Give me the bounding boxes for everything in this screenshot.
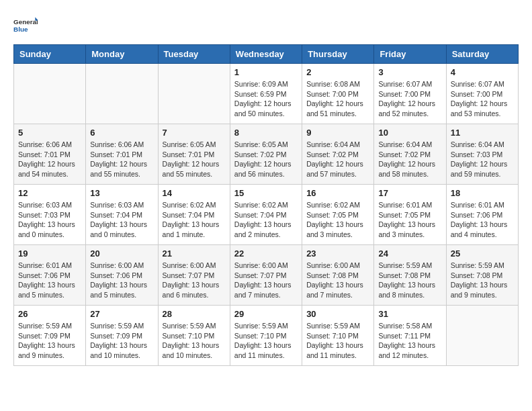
calendar-cell: 7Sunrise: 6:05 AMSunset: 7:01 PMDaylight… [158,124,230,185]
day-info: Sunrise: 6:01 AMSunset: 7:06 PMDaylight:… [18,261,81,300]
weekday-row: SundayMondayTuesdayWednesdayThursdayFrid… [14,45,519,64]
day-number: 2 [306,67,369,77]
day-number: 20 [90,248,153,259]
day-info: Sunrise: 6:03 AMSunset: 7:03 PMDaylight:… [18,200,81,240]
calendar-cell: 10Sunrise: 6:04 AMSunset: 7:02 PMDayligh… [374,124,446,185]
day-info: Sunrise: 6:06 AMSunset: 7:01 PMDaylight:… [90,140,153,179]
weekday-friday: Friday [374,45,446,64]
day-number: 31 [378,309,441,319]
day-number: 16 [306,188,369,198]
day-info: Sunrise: 6:04 AMSunset: 7:03 PMDaylight:… [451,140,514,179]
day-number: 8 [234,128,298,138]
day-info: Sunrise: 6:04 AMSunset: 7:02 PMDaylight:… [378,140,441,179]
day-info: Sunrise: 6:02 AMSunset: 7:05 PMDaylight:… [306,200,369,240]
day-number: 12 [18,188,81,198]
day-info: Sunrise: 5:59 AMSunset: 7:09 PMDaylight:… [18,321,81,361]
calendar-cell: 4Sunrise: 6:07 AMSunset: 7:00 PMDaylight… [446,64,518,124]
day-number: 27 [90,309,153,319]
calendar-cell: 1Sunrise: 6:09 AMSunset: 6:59 PMDaylight… [230,64,302,124]
day-number: 30 [306,309,369,319]
day-number: 3 [378,67,441,77]
svg-text:General: General [13,18,38,26]
calendar-cell: 11Sunrise: 6:04 AMSunset: 7:03 PMDayligh… [446,124,518,185]
calendar-cell: 19Sunrise: 6:01 AMSunset: 7:06 PMDayligh… [14,245,86,306]
week-row-0: 1Sunrise: 6:09 AMSunset: 6:59 PMDaylight… [14,64,519,124]
day-info: Sunrise: 6:03 AMSunset: 7:04 PMDaylight:… [90,200,153,240]
day-info: Sunrise: 6:01 AMSunset: 7:05 PMDaylight:… [378,200,441,240]
calendar-cell [446,306,518,366]
calendar-cell: 21Sunrise: 6:00 AMSunset: 7:07 PMDayligh… [158,245,230,306]
calendar-cell: 27Sunrise: 5:59 AMSunset: 7:09 PMDayligh… [86,306,158,366]
weekday-thursday: Thursday [302,45,374,64]
logo-svg: General Blue [13,13,38,38]
calendar-header: SundayMondayTuesdayWednesdayThursdayFrid… [14,45,519,64]
day-number: 21 [163,248,226,259]
calendar-table: SundayMondayTuesdayWednesdayThursdayFrid… [13,44,519,366]
calendar-cell: 12Sunrise: 6:03 AMSunset: 7:03 PMDayligh… [14,185,86,245]
day-number: 22 [234,248,298,259]
day-number: 1 [234,67,298,77]
day-info: Sunrise: 5:59 AMSunset: 7:10 PMDaylight:… [234,321,298,361]
day-info: Sunrise: 6:04 AMSunset: 7:02 PMDaylight:… [306,140,369,179]
weekday-wednesday: Wednesday [230,45,302,64]
day-info: Sunrise: 5:59 AMSunset: 7:08 PMDaylight:… [378,261,441,300]
day-info: Sunrise: 6:06 AMSunset: 7:01 PMDaylight:… [18,140,81,179]
calendar-cell: 29Sunrise: 5:59 AMSunset: 7:10 PMDayligh… [230,306,302,366]
calendar-cell: 6Sunrise: 6:06 AMSunset: 7:01 PMDaylight… [86,124,158,185]
day-number: 18 [451,188,514,198]
calendar-cell [86,64,158,124]
day-info: Sunrise: 6:00 AMSunset: 7:07 PMDaylight:… [234,261,298,300]
day-number: 19 [18,248,81,259]
logo: General Blue [13,13,38,38]
day-number: 25 [451,248,514,259]
calendar-cell: 18Sunrise: 6:01 AMSunset: 7:06 PMDayligh… [446,185,518,245]
calendar-cell: 23Sunrise: 6:00 AMSunset: 7:08 PMDayligh… [302,245,374,306]
calendar-cell: 15Sunrise: 6:02 AMSunset: 7:04 PMDayligh… [230,185,302,245]
calendar-cell: 9Sunrise: 6:04 AMSunset: 7:02 PMDaylight… [302,124,374,185]
calendar-cell: 14Sunrise: 6:02 AMSunset: 7:04 PMDayligh… [158,185,230,245]
week-row-4: 26Sunrise: 5:59 AMSunset: 7:09 PMDayligh… [14,306,519,366]
day-info: Sunrise: 6:09 AMSunset: 6:59 PMDaylight:… [234,79,298,119]
day-number: 10 [378,128,441,138]
day-number: 7 [163,128,226,138]
day-info: Sunrise: 6:00 AMSunset: 7:06 PMDaylight:… [90,261,153,300]
calendar-cell [158,64,230,124]
week-row-2: 12Sunrise: 6:03 AMSunset: 7:03 PMDayligh… [14,185,519,245]
day-info: Sunrise: 5:59 AMSunset: 7:08 PMDaylight:… [451,261,514,300]
calendar-cell: 2Sunrise: 6:08 AMSunset: 7:00 PMDaylight… [302,64,374,124]
week-row-1: 5Sunrise: 6:06 AMSunset: 7:01 PMDaylight… [14,124,519,185]
svg-text:Blue: Blue [13,26,28,33]
day-info: Sunrise: 5:59 AMSunset: 7:10 PMDaylight:… [306,321,369,361]
weekday-monday: Monday [86,45,158,64]
calendar-cell: 25Sunrise: 5:59 AMSunset: 7:08 PMDayligh… [446,245,518,306]
day-number: 26 [18,309,81,319]
day-info: Sunrise: 5:59 AMSunset: 7:09 PMDaylight:… [90,321,153,361]
calendar-cell: 28Sunrise: 5:59 AMSunset: 7:10 PMDayligh… [158,306,230,366]
day-number: 6 [90,128,153,138]
calendar-cell: 26Sunrise: 5:59 AMSunset: 7:09 PMDayligh… [14,306,86,366]
calendar-cell: 24Sunrise: 5:59 AMSunset: 7:08 PMDayligh… [374,245,446,306]
calendar-cell: 13Sunrise: 6:03 AMSunset: 7:04 PMDayligh… [86,185,158,245]
day-info: Sunrise: 6:00 AMSunset: 7:07 PMDaylight:… [163,261,226,300]
weekday-saturday: Saturday [446,45,518,64]
day-number: 23 [306,248,369,259]
calendar-cell: 17Sunrise: 6:01 AMSunset: 7:05 PMDayligh… [374,185,446,245]
day-info: Sunrise: 6:01 AMSunset: 7:06 PMDaylight:… [451,200,514,240]
page-header: General Blue [13,13,519,38]
day-number: 24 [378,248,441,259]
day-number: 9 [306,128,369,138]
calendar-cell [14,64,86,124]
calendar-cell: 3Sunrise: 6:07 AMSunset: 7:00 PMDaylight… [374,64,446,124]
day-info: Sunrise: 6:05 AMSunset: 7:02 PMDaylight:… [234,140,298,179]
day-info: Sunrise: 6:00 AMSunset: 7:08 PMDaylight:… [306,261,369,300]
day-number: 29 [234,309,298,319]
day-number: 5 [18,128,81,138]
calendar-cell: 22Sunrise: 6:00 AMSunset: 7:07 PMDayligh… [230,245,302,306]
day-number: 28 [163,309,226,319]
weekday-sunday: Sunday [14,45,86,64]
day-info: Sunrise: 6:02 AMSunset: 7:04 PMDaylight:… [163,200,226,240]
week-row-3: 19Sunrise: 6:01 AMSunset: 7:06 PMDayligh… [14,245,519,306]
day-info: Sunrise: 6:05 AMSunset: 7:01 PMDaylight:… [163,140,226,179]
day-number: 17 [378,188,441,198]
day-info: Sunrise: 6:07 AMSunset: 7:00 PMDaylight:… [451,79,514,119]
